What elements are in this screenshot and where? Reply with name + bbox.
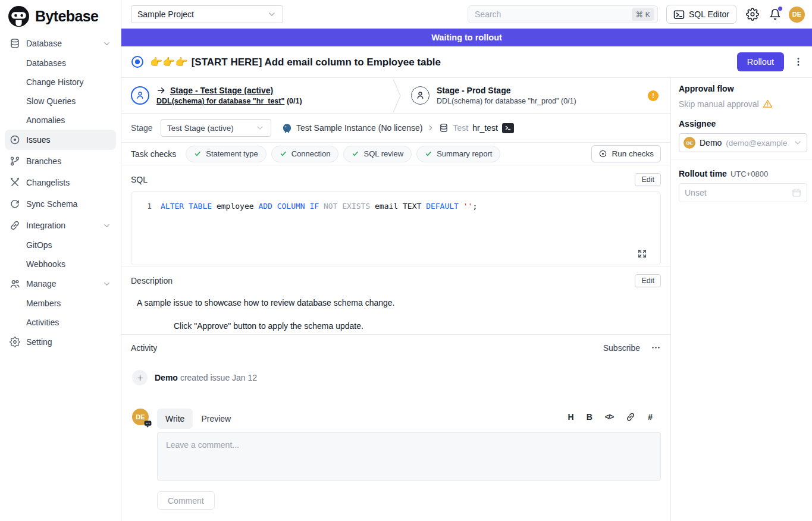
warning-triangle-icon: [763, 99, 773, 109]
stage-card-prod[interactable]: Stage - Prod Stage DDL(schema) for datab…: [402, 86, 670, 105]
rollout-time-title: Rollout time: [679, 169, 727, 178]
branch-icon: [10, 156, 20, 167]
status-banner-text: Waiting to rollout: [431, 33, 502, 42]
link-icon: [10, 220, 20, 231]
sidebar-nav: DatabaseDatabasesChange HistorySlow Quer…: [0, 30, 121, 352]
sidebar-item-database[interactable]: Database: [5, 33, 116, 54]
task-check-statement-type[interactable]: Statement type: [186, 146, 266, 162]
database-icon: [10, 38, 20, 49]
description-line: A sample issue to showcase how to review…: [137, 298, 661, 307]
task-check-label: Connection: [291, 149, 331, 158]
project-select[interactable]: Sample Project: [131, 5, 283, 23]
expand-icon[interactable]: [637, 249, 647, 259]
sidebar-item-databases[interactable]: Databases: [5, 54, 116, 73]
bytebase-logo[interactable]: Bytebase: [0, 0, 121, 30]
gear-icon: [10, 337, 20, 347]
check-icon: [352, 150, 359, 158]
stage-select-value: Test Stage (active): [167, 124, 234, 133]
description-edit-button[interactable]: Edit: [635, 274, 661, 287]
issue-status-icon: [131, 56, 143, 68]
subscribe-button[interactable]: Subscribe: [603, 343, 640, 353]
bytebase-logo-icon: [8, 5, 30, 27]
format-hash-button[interactable]: #: [648, 412, 653, 422]
format-bold-button[interactable]: B: [587, 412, 592, 422]
sidebar-item-label: Slow Queries: [26, 96, 76, 106]
task-check-summary-report[interactable]: Summary report: [416, 146, 500, 162]
sidebar-item-anomalies[interactable]: Anomalies: [5, 111, 116, 130]
kebab-menu-icon[interactable]: [793, 57, 804, 67]
run-checks-button[interactable]: Run checks: [591, 145, 661, 162]
format-link-button[interactable]: [626, 412, 635, 422]
comment-submit-button[interactable]: Comment: [157, 491, 215, 510]
task-check-connection[interactable]: Connection: [271, 146, 339, 162]
activity-more-icon[interactable]: [651, 343, 661, 353]
search-field[interactable]: [468, 10, 632, 19]
format-heading-button[interactable]: H: [568, 412, 574, 422]
stage-select[interactable]: Test Stage (active): [161, 119, 271, 137]
sql-edit-button[interactable]: Edit: [635, 173, 661, 186]
open-sql-editor-icon[interactable]: [502, 123, 514, 133]
brand-name: Bytebase: [35, 8, 98, 25]
tab-write[interactable]: Write: [157, 409, 193, 429]
database-name[interactable]: hr_test: [472, 123, 498, 133]
notification-bell-icon[interactable]: [769, 8, 781, 20]
activity-action: created issue Jan 12: [180, 373, 257, 382]
sql-section-title: SQL: [131, 175, 148, 184]
stage-task-detail: DDL(schema) for database "hr_prod": [437, 97, 559, 105]
settings-gear-icon[interactable]: [746, 8, 759, 21]
sidebar-item-label: Branches: [26, 156, 61, 166]
assignee-select[interactable]: DE Demo (demo@example: [679, 133, 807, 152]
search-shortcut-badge: ⌘ K: [632, 8, 654, 21]
stage-task-detail: DDL(schema) for database "hr_test": [156, 97, 284, 105]
rollout-time-input[interactable]: Unset: [679, 183, 807, 202]
tab-preview[interactable]: Preview: [193, 409, 239, 429]
format-code-button[interactable]: </>: [605, 413, 613, 421]
sidebar-item-members[interactable]: Members: [5, 294, 116, 313]
sidebar-item-change-history[interactable]: Change History: [5, 73, 116, 92]
search-input[interactable]: ⌘ K: [468, 5, 658, 23]
sql-editor-button[interactable]: SQL Editor: [666, 5, 736, 24]
sidebar-item-setting[interactable]: Setting: [5, 332, 116, 352]
check-icon: [194, 150, 202, 158]
issue-sidebar: Approval flow Skip manual approval Assig…: [671, 78, 812, 521]
sidebar-item-label: Issues: [26, 135, 50, 145]
description-line: Click "Approve" button to apply the sche…: [174, 321, 661, 331]
sidebar-item-activities[interactable]: Activities: [5, 313, 116, 332]
instance-name[interactable]: Test Sample Instance (No license): [296, 123, 422, 133]
task-checks-label: Task checks: [131, 149, 176, 159]
sidebar-item-changelists[interactable]: Changelists: [5, 172, 116, 193]
bytebase-app: Bytebase DatabaseDatabasesChange History…: [0, 0, 812, 521]
approval-flow-title: Approval flow: [679, 84, 807, 93]
rollout-time-value: Unset: [685, 188, 707, 197]
stage-card-test[interactable]: Stage - Test Stage (active) DDL(schema) …: [121, 86, 392, 105]
activity-section: Activity Subscribe Democreated issue Jan…: [121, 335, 670, 521]
check-icon: [280, 150, 287, 158]
sidebar-item-label: Change History: [26, 77, 84, 87]
sidebar-item-slow-queries[interactable]: Slow Queries: [5, 92, 116, 111]
activity-entry: Democreated issue Jan 12: [132, 370, 257, 385]
sidebar-item-integration[interactable]: Integration: [5, 215, 116, 236]
user-avatar[interactable]: DE: [789, 7, 805, 23]
chevron-right-icon: [427, 124, 435, 132]
issue-header: 👉👉👉[START HERE] Add email column to Empl…: [121, 46, 812, 78]
sql-code-box[interactable]: 1 ALTER TABLE employee ADD COLUMN IF NOT…: [131, 192, 661, 265]
chevron-down-icon: [102, 280, 111, 288]
stage-person-icon: [411, 86, 429, 105]
notification-dot: [778, 7, 782, 11]
sidebar-item-gitops[interactable]: GitOps: [5, 236, 116, 255]
stage-selector-label: Stage: [131, 123, 156, 133]
sidebar-item-branches[interactable]: Branches: [5, 151, 116, 171]
task-check-sql-review[interactable]: SQL review: [343, 146, 412, 162]
assignee-avatar: DE: [684, 137, 695, 149]
rollout-button[interactable]: Rollout: [737, 52, 784, 71]
changelist-icon: [10, 177, 20, 188]
sidebar-item-label: Webhooks: [26, 259, 65, 269]
task-check-label: Statement type: [206, 149, 258, 158]
chevron-down-icon: [102, 221, 111, 230]
database-breadcrumb: Test Sample Instance (No license) Test h…: [282, 123, 514, 133]
sidebar-item-manage[interactable]: Manage: [5, 274, 116, 294]
sidebar-item-webhooks[interactable]: Webhooks: [5, 255, 116, 274]
sidebar-item-sync-schema[interactable]: Sync Schema: [5, 194, 116, 214]
comment-textarea[interactable]: [158, 433, 660, 480]
sidebar-item-issues[interactable]: Issues: [5, 130, 116, 150]
